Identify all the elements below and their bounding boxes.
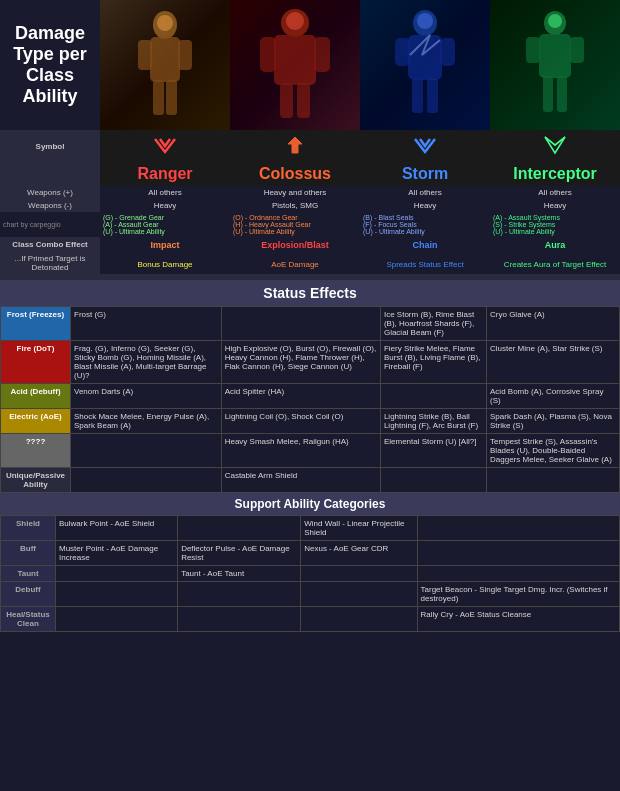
svg-point-6 [157,15,173,31]
frost-ranger: Frost (G) [71,307,222,341]
buff-ranger: Muster Point - AoE Damage Increase [56,541,178,566]
fire-ranger: Frag. (G), Inferno (G), Seeker (G), Stic… [71,341,222,384]
svg-rect-25 [543,76,553,112]
acid-colossus: Acid Spitter (HA) [221,384,380,409]
colossus-symbol-cell [230,130,360,162]
interceptor-character [490,0,620,130]
shield-label: Shield [1,516,56,541]
acid-interceptor: Acid Bomb (A), Corrosive Spray (S) [487,384,620,409]
shield-storm: Wind Wall - Linear Projectile Shield [301,516,417,541]
buff-colossus: Deflector Pulse - AoE Damage Resist [178,541,301,566]
shield-ranger: Bulwark Point - AoE Shield [56,516,178,541]
fire-storm: Fiery Strike Melee, Flame Burst (B), Liv… [380,341,486,384]
unknown-label: ???? [1,434,71,468]
heal-colossus [178,607,301,632]
support-header: Support Ability Categories [0,493,620,515]
svg-rect-19 [427,78,438,113]
colossus-character [230,0,360,130]
buff-support-row: Buff Muster Point - AoE Damage Increase … [1,541,620,566]
electric-colossus: Lightning Coil (O), Shock Coil (O) [221,409,380,434]
electric-row: Electric (AoE) Shock Mace Melee, Energy … [1,409,620,434]
storm-name-cell: Storm [360,162,490,186]
ranger-combo: Impact [100,237,230,252]
svg-rect-23 [526,37,540,63]
taunt-ranger [56,566,178,582]
interceptor-name-cell: Interceptor [490,162,620,186]
buff-storm: Nexus - AoE Gear CDR [301,541,417,566]
unknown-ranger [71,434,222,468]
storm-primed: Spreads Status Effect [360,252,490,274]
svg-rect-22 [539,34,571,78]
unknown-storm: Elemental Storm (U) [All?] [380,434,486,468]
frost-row: Frost (Freezes) Frost (G) Ice Storm (B),… [1,307,620,341]
weapons-plus-row: Weapons (+) All others Heavy and others … [0,186,620,199]
colossus-weapons-plus: Heavy and others [230,186,360,199]
taunt-storm [301,566,417,582]
svg-rect-17 [440,38,455,66]
shield-colossus [178,516,301,541]
fire-row: Fire (DoT) Frag. (G), Inferno (G), Seeke… [1,341,620,384]
svg-rect-2 [138,40,152,70]
fire-interceptor: Cluster Mine (A), Star Strike (S) [487,341,620,384]
symbol-label: Symbol [0,130,100,162]
svg-rect-9 [260,37,276,72]
debuff-ranger [56,582,178,607]
combo-effect-row: Class Combo Effect Impact Explosion/Blas… [0,237,620,252]
svg-rect-18 [412,78,423,113]
primed-label: ...If Primed Target is Detonated [0,252,100,274]
colossus-combo: Explosion/Blast [230,237,360,252]
ranger-character [100,0,230,130]
primed-row: ...If Primed Target is Detonated Bonus D… [0,252,620,274]
shield-interceptor [417,516,619,541]
character-images [100,0,620,130]
fire-colossus: High Explosive (O), Burst (O), Firewall … [221,341,380,384]
ranger-symbol-cell [100,130,230,162]
app-container: Damage Type per Class Ability [0,0,620,632]
ranger-weapons-minus: Heavy [100,199,230,212]
header-area: Damage Type per Class Ability [0,0,620,130]
heal-interceptor: Rally Cry - AoE Status Cleanse [417,607,619,632]
storm-combo: Chain [360,237,490,252]
colossus-primed: AoE Damage [230,252,360,274]
weapons-plus-label: Weapons (+) [0,186,100,199]
unique-passive-ranger [71,468,222,493]
interceptor-keys: (A) - Assault Systems (S) - Strike Syste… [490,212,620,237]
electric-label: Electric (AoE) [1,409,71,434]
svg-rect-24 [570,37,584,63]
main-table: Symbol [0,130,620,306]
debuff-support-row: Debuff Target Beacon - Single Target Dmg… [1,582,620,607]
taunt-support-row: Taunt Taunt - AoE Taunt [1,566,620,582]
svg-rect-16 [395,38,410,66]
unique-passive-label: Unique/Passive Ability [1,468,71,493]
svg-rect-10 [314,37,330,72]
debuff-label: Debuff [1,582,56,607]
svg-rect-3 [178,40,192,70]
weapons-minus-label: Weapons (-) [0,199,100,212]
storm-character [360,0,490,130]
acid-row: Acid (Debuff) Venom Darts (A) Acid Spitt… [1,384,620,409]
taunt-label: Taunt [1,566,56,582]
interceptor-primed: Creates Aura of Target Effect [490,252,620,274]
buff-interceptor [417,541,619,566]
status-effects-table: Frost (Freezes) Frost (G) Ice Storm (B),… [0,306,620,493]
svg-point-20 [417,13,433,29]
unique-passive-storm [380,468,486,493]
storm-weapons-plus: All others [360,186,490,199]
electric-ranger: Shock Mace Melee, Energy Pulse (A), Spar… [71,409,222,434]
frost-interceptor: Cryo Glaive (A) [487,307,620,341]
interceptor-combo: Aura [490,237,620,252]
combo-label: Class Combo Effect [0,237,100,252]
heal-label: Heal/Status Clean [1,607,56,632]
ranger-keys: (G) - Grenade Gear (A) - Assault Gear (U… [100,212,230,237]
fire-label: Fire (DoT) [1,341,71,384]
support-table: Shield Bulwark Point - AoE Shield Wind W… [0,515,620,632]
status-effects-header: Status Effects [0,280,620,306]
status-header-row: Status Effects [0,280,620,306]
taunt-interceptor [417,566,619,582]
acid-label: Acid (Debuff) [1,384,71,409]
taunt-colossus: Taunt - AoE Taunt [178,566,301,582]
svg-point-27 [548,14,562,28]
svg-rect-8 [274,35,316,85]
storm-weapons-minus: Heavy [360,199,490,212]
interceptor-weapons-minus: Heavy [490,199,620,212]
